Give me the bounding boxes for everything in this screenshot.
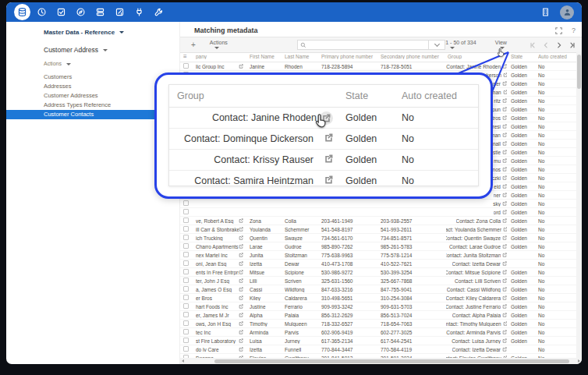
- row-checkbox[interactable]: [183, 303, 189, 309]
- vertical-scrollbar[interactable]: [576, 51, 582, 358]
- table-row[interactable]: ord Golden No: [180, 208, 582, 217]
- table-row[interactable]: lic Group Inc Janine Rhoden 718-228-5894…: [180, 62, 582, 71]
- table-row[interactable]: er, James M Jr Alpha Palaia 856-312-2629…: [180, 311, 582, 320]
- model-selector[interactable]: Master Data - Reference: [6, 27, 179, 38]
- open-group-icon[interactable]: [502, 64, 507, 69]
- row-checkbox[interactable]: [183, 320, 189, 326]
- row-checkbox[interactable]: [183, 63, 189, 69]
- table-row[interactable]: tec Inc Arminda Parvis 602-906-9419 602-…: [180, 328, 582, 337]
- open-record-icon[interactable]: [239, 347, 250, 352]
- open-record-icon[interactable]: [239, 218, 250, 224]
- row-checkbox[interactable]: [183, 329, 189, 334]
- row-checkbox[interactable]: [183, 200, 189, 206]
- open-group-icon[interactable]: [502, 167, 507, 172]
- open-record-icon[interactable]: [239, 227, 250, 232]
- row-checkbox[interactable]: [183, 235, 189, 240]
- open-record-icon[interactable]: [239, 295, 250, 301]
- open-group-icon[interactable]: [317, 175, 333, 186]
- row-checkbox[interactable]: [183, 243, 189, 249]
- row-checkbox[interactable]: [183, 278, 189, 283]
- open-group-icon[interactable]: [502, 107, 507, 112]
- table-row[interactable]: hart Foods Inc Justine Ferrario 909-993-…: [180, 302, 582, 311]
- next-page-icon[interactable]: [556, 42, 562, 48]
- open-record-icon[interactable]: [239, 287, 250, 292]
- table-row[interactable]: ve, Robert A Esq Zona Colla 203-461-1949…: [180, 217, 582, 225]
- row-checkbox[interactable]: [183, 218, 189, 223]
- row-checkbox[interactable]: [183, 269, 189, 274]
- open-group-icon[interactable]: [502, 347, 507, 352]
- open-group-icon[interactable]: [503, 90, 507, 95]
- help-icon[interactable]: ?: [572, 27, 576, 34]
- checkbox-icon[interactable]: [53, 4, 69, 20]
- open-group-icon[interactable]: [502, 133, 507, 138]
- sidebar-item-addresses[interactable]: Addresses: [6, 82, 179, 91]
- open-group-icon[interactable]: [502, 98, 507, 104]
- open-group-icon[interactable]: [502, 261, 507, 267]
- wrench-icon[interactable]: [151, 4, 167, 20]
- sidebar-item-customers[interactable]: Customers: [6, 73, 179, 82]
- horizontal-scrollbar[interactable]: [180, 358, 582, 364]
- open-record-icon[interactable]: [239, 270, 250, 275]
- open-record-icon[interactable]: [239, 278, 250, 284]
- plug-icon[interactable]: [131, 4, 147, 20]
- open-group-icon[interactable]: [502, 184, 507, 189]
- row-checkbox[interactable]: [183, 260, 189, 266]
- open-record-icon[interactable]: [239, 244, 250, 249]
- table-row[interactable]: st Fire Laboratory Luisa Jurney 617-365-…: [180, 337, 582, 345]
- expand-icon[interactable]: [555, 23, 562, 37]
- col-header-first-name[interactable]: First Name: [250, 54, 285, 59]
- clock-icon[interactable]: [34, 4, 50, 20]
- table-row[interactable]: ich Trucking Quentin Swayze 734-561-6170…: [180, 234, 582, 242]
- horizontal-scrollbar-thumb[interactable]: [214, 359, 569, 363]
- open-record-icon[interactable]: [239, 304, 250, 310]
- user-avatar[interactable]: [560, 5, 574, 19]
- open-group-icon[interactable]: [320, 111, 333, 125]
- form-edit-icon[interactable]: [112, 4, 128, 20]
- search-input[interactable]: [306, 41, 426, 48]
- open-group-icon[interactable]: [502, 338, 507, 344]
- open-group-icon[interactable]: [502, 115, 507, 121]
- open-group-icon[interactable]: [502, 270, 507, 275]
- open-record-icon[interactable]: [239, 330, 250, 335]
- table-row[interactable]: do lv Care Izetta Funnell 770-844-3447 7…: [180, 345, 582, 354]
- open-group-icon[interactable]: [502, 330, 507, 335]
- open-group-icon[interactable]: [502, 175, 507, 181]
- view-dropdown[interactable]: View: [495, 40, 515, 51]
- view-selector[interactable]: Customer Address: [6, 38, 179, 55]
- sidebar-item-customer-addresses[interactable]: Customer Addresses: [6, 91, 179, 101]
- row-checkbox[interactable]: [183, 312, 189, 317]
- open-group-icon[interactable]: [503, 227, 507, 232]
- add-record-button[interactable]: +: [188, 41, 199, 49]
- column-menu-icon[interactable]: ≡: [183, 54, 196, 60]
- table-row[interactable]: nex Martel Inc Junita Stoltzman 775-638-…: [180, 251, 582, 260]
- compass-icon[interactable]: [73, 4, 89, 20]
- actions-dropdown[interactable]: Actions: [210, 40, 236, 51]
- open-group-icon[interactable]: [502, 201, 507, 207]
- server-icon[interactable]: [92, 4, 108, 20]
- row-checkbox[interactable]: [183, 286, 189, 292]
- open-group-icon[interactable]: [502, 81, 507, 87]
- open-group-icon[interactable]: [317, 133, 333, 144]
- col-header-secondary-phone[interactable]: Secondary phone number: [381, 54, 446, 59]
- last-page-icon[interactable]: [569, 42, 576, 48]
- first-page-icon[interactable]: [530, 42, 536, 48]
- col-header-state[interactable]: State: [511, 54, 538, 59]
- open-group-icon[interactable]: [502, 235, 507, 241]
- table-row[interactable]: ter, John J Esq Lilli Scriven 325-631-15…: [180, 277, 582, 285]
- vertical-scrollbar-thumb[interactable]: [577, 55, 581, 89]
- sidebar-item-address-types-reference[interactable]: Address Types Reference: [6, 101, 179, 110]
- open-record-icon[interactable]: [239, 338, 250, 344]
- open-group-icon[interactable]: [503, 73, 507, 78]
- table-row[interactable]: ents In Free Entrprs ... Mitsue Scipione…: [180, 268, 582, 277]
- open-group-icon[interactable]: [502, 313, 507, 318]
- scroll-right-arrow[interactable]: [578, 359, 580, 363]
- database-icon[interactable]: [14, 4, 30, 20]
- open-group-icon[interactable]: [502, 158, 507, 164]
- table-row[interactable]: er Bros Kiley Caldarera 310-498-5651 310…: [180, 294, 582, 302]
- open-group-icon[interactable]: [502, 193, 507, 198]
- open-record-icon[interactable]: [239, 313, 250, 318]
- table-row[interactable]: oni, Jean Esq Izetta Dewar 410-473-1708 …: [180, 260, 582, 268]
- open-group-icon[interactable]: [502, 218, 507, 224]
- table-row[interactable]: a, James O Esq Cassi Wildfong 847-633-32…: [180, 285, 582, 294]
- row-checkbox[interactable]: [183, 252, 189, 257]
